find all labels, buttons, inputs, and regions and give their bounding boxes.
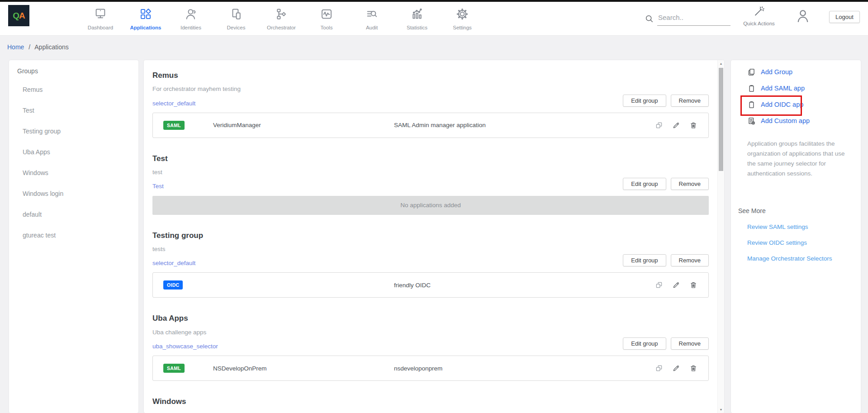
group-header: Testing group tests selector_default Edi… [152,231,709,273]
remove-group-button[interactable]: Remove [671,178,709,190]
edit-group-button[interactable]: Edit group [623,95,666,107]
action-add-saml-app[interactable]: Add SAML app [731,80,861,96]
scroll-down-arrow[interactable]: ▼ [718,408,724,411]
delete-app-button[interactable] [689,364,697,372]
nav-item-settings[interactable]: Settings [440,4,485,30]
sidebar-item-gtureac-test[interactable]: gtureac test [9,225,138,246]
sidebar-item-test[interactable]: Test [9,100,138,121]
app-row-actions [655,281,708,289]
app-badge-cell: SAML [153,364,213,373]
app-logo[interactable]: QA [8,5,29,26]
app-row-friendly-oidc: OIDC friendly OIDC [152,272,709,298]
group-description: For orchestrator mayhem testing [152,85,241,93]
user-icon [795,18,811,25]
groups-info-text: Application groups facilitates the organ… [747,139,848,178]
nav-item-devices[interactable]: Devices [213,4,259,30]
no-applications-bar: No applications added [152,196,709,215]
trash-icon [689,367,697,374]
quick-actions-button[interactable]: Quick Actions [741,5,777,26]
see-more-link-review-saml-settings[interactable]: Review SAML settings [747,223,861,230]
action-add-oidc-app[interactable]: Add OIDC app [731,96,861,113]
group-selector-link[interactable]: uba_showcase_selector [152,343,218,350]
identities-icon [184,7,198,22]
see-more-link-manage-orchestrator-selectors[interactable]: Manage Orchestrator Selectors [747,255,861,262]
group-uba-apps: Uba Apps Uba challenge apps uba_showcase… [152,314,709,381]
nav-item-statistics[interactable]: Statistics [394,4,440,30]
action-add-group[interactable]: Add Group [731,64,861,80]
applications-admin-page: { "topnav": { "logo_text": "QA", "items"… [0,0,868,413]
group-actions: Edit group Remove [623,178,709,190]
sidebar-item-windows[interactable]: Windows [9,162,138,183]
edit-group-button[interactable]: Edit group [623,178,666,190]
edit-app-button[interactable] [672,121,680,129]
clone-app-button[interactable] [655,121,663,129]
scrollbar-thumb[interactable] [719,68,723,171]
nav-item-label: Statistics [407,25,427,30]
remove-group-button[interactable]: Remove [671,254,709,266]
logout-button[interactable]: Logout [829,11,860,23]
scroll-up-arrow[interactable]: ▲ [718,62,724,65]
sidebar-item-remus[interactable]: Remus [9,79,138,100]
nav-item-label: Audit [366,25,378,30]
content-scrollbar[interactable]: ▲ ▼ [717,60,724,413]
nav-item-orchestrator[interactable]: Orchestrator [259,4,304,30]
action-label[interactable]: Add Group [761,68,792,76]
user-profile-button[interactable] [795,8,811,24]
app-row-actions [655,364,708,372]
devices-icon [229,7,243,22]
delete-app-button[interactable] [689,121,697,129]
app-type-badge: SAML [163,121,185,130]
add-group-icon [747,68,756,76]
see-more-link-review-oidc-settings[interactable]: Review OIDC settings [747,239,861,246]
nav-item-applications[interactable]: Applications [123,4,168,30]
clone-icon [655,367,663,374]
action-label[interactable]: Add Custom app [761,117,810,124]
group-selector-link[interactable]: selector_default [152,260,195,267]
remove-group-button[interactable]: Remove [671,95,709,107]
clone-app-button[interactable] [655,281,663,289]
group-selector-link[interactable]: selector_default [152,100,195,107]
nav-item-identities[interactable]: Identities [168,4,213,30]
group-actions: Edit group Remove [623,337,709,350]
edit-app-button[interactable] [672,281,680,289]
groups-list: Remus For orchestrator mayhem testing se… [152,71,709,413]
group-title: Windows [152,397,186,406]
edit-group-button[interactable]: Edit group [623,337,666,350]
action-label[interactable]: Add SAML app [761,85,805,92]
pencil-icon [672,124,680,131]
see-more-heading: See More [738,207,861,214]
nav-item-dashboard[interactable]: Dashboard [78,4,123,30]
magic-wand-icon [753,5,765,18]
action-label[interactable]: Add OIDC app [761,101,803,108]
sidebar-item-windows-login[interactable]: Windows login [9,183,138,204]
delete-app-button[interactable] [689,281,697,289]
group-info: Testing group tests selector_default [152,231,203,273]
edit-app-button[interactable] [672,364,680,372]
group-description: tests [152,246,203,253]
edit-group-button[interactable]: Edit group [623,254,666,266]
remove-group-button[interactable]: Remove [671,337,709,350]
breadcrumb-separator: / [28,43,30,51]
group-info: Test test Test [152,154,168,196]
search-input[interactable] [657,12,730,26]
sidebar-item-default[interactable]: default [9,204,138,225]
clone-app-button[interactable] [655,364,663,372]
group-selector-link[interactable]: Test [152,183,164,190]
group-info: Uba Apps Uba challenge apps uba_showcase… [152,314,218,356]
nav-item-tools[interactable]: Tools [304,4,349,30]
sidebar-item-uba-apps[interactable]: Uba Apps [9,142,138,162]
audit-icon [365,7,379,22]
app-description: SAML Admin manager application [394,122,655,128]
nav-item-label: Identities [180,25,201,30]
nav-item-label: Devices [227,25,246,30]
nav-item-audit[interactable]: Audit [349,4,394,30]
sidebar-item-testing-group[interactable]: Testing group [9,121,138,142]
action-add-custom-app[interactable]: Add Custom app [731,113,861,129]
application-groups-panel: Remus For orchestrator mayhem testing se… [144,60,724,413]
quick-actions-label: Quick Actions [743,21,775,26]
trash-icon [689,284,697,290]
groups-sidebar: Groups Remus Test Testing group Uba Apps… [9,60,138,413]
pencil-icon [672,367,680,374]
nav-item-label: Applications [130,25,161,30]
breadcrumb-home-link[interactable]: Home [7,43,24,51]
